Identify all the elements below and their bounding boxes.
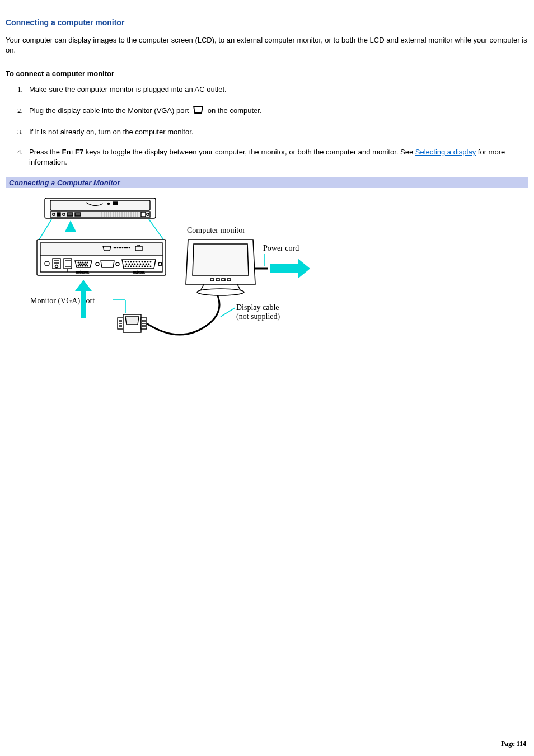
svg-text:MONITOR: MONITOR <box>76 271 89 274</box>
svg-point-49 <box>79 264 80 265</box>
step-2: Plug the display cable into the Monitor … <box>25 105 528 117</box>
svg-point-51 <box>83 264 85 265</box>
svg-rect-27 <box>141 212 146 217</box>
label-display-cable-2: (not supplied) <box>236 312 280 321</box>
vga-port-icon <box>192 105 204 117</box>
svg-point-92 <box>114 248 114 248</box>
intro-text: Your computer can display images to the … <box>6 35 528 55</box>
svg-point-87 <box>144 266 145 267</box>
svg-point-81 <box>128 266 128 267</box>
svg-marker-31 <box>65 220 76 232</box>
svg-point-74 <box>134 264 135 265</box>
svg-point-45 <box>80 262 81 264</box>
svg-point-64 <box>133 262 134 262</box>
svg-point-78 <box>146 264 146 265</box>
svg-point-79 <box>148 264 149 265</box>
svg-rect-33 <box>40 243 162 255</box>
svg-point-96 <box>120 248 121 248</box>
svg-line-30 <box>149 219 163 240</box>
svg-point-71 <box>126 264 127 265</box>
svg-point-57 <box>87 266 88 267</box>
svg-point-94 <box>117 248 118 248</box>
svg-point-2 <box>108 203 110 205</box>
svg-point-55 <box>82 266 83 267</box>
svg-point-80 <box>125 266 125 267</box>
svg-point-77 <box>143 264 143 265</box>
svg-point-44 <box>78 262 79 264</box>
step-1: Make sure the computer monitor is plugge… <box>25 84 528 95</box>
svg-point-56 <box>85 266 86 267</box>
svg-text:PRINTER: PRINTER <box>133 271 146 274</box>
step-3-text: If it is not already on, turn on the com… <box>29 128 193 136</box>
label-power-cord: Power cord <box>263 244 299 252</box>
svg-point-76 <box>140 264 140 265</box>
svg-point-63 <box>130 262 131 262</box>
svg-point-86 <box>142 266 142 267</box>
step-3: If it is not already on, turn on the com… <box>25 127 528 137</box>
step-2-text-b: on the computer. <box>205 106 261 115</box>
page-title: Connecting a computer monitor <box>6 18 528 27</box>
svg-rect-1 <box>50 200 150 210</box>
svg-point-83 <box>133 266 134 267</box>
svg-marker-123 <box>270 259 310 279</box>
svg-point-47 <box>85 262 86 264</box>
svg-point-50 <box>81 264 82 265</box>
step-4-text-b: keys to toggle the display between your … <box>83 148 415 156</box>
svg-point-93 <box>115 248 116 248</box>
svg-point-95 <box>119 248 119 248</box>
svg-rect-6 <box>57 213 60 216</box>
svg-point-72 <box>129 264 129 265</box>
figure-caption: Connecting a Computer Monitor <box>6 177 528 188</box>
svg-line-29 <box>39 219 51 240</box>
svg-point-85 <box>139 266 139 267</box>
svg-rect-120 <box>222 279 225 281</box>
svg-point-69 <box>147 262 148 262</box>
svg-point-46 <box>82 262 83 264</box>
svg-point-53 <box>78 266 79 267</box>
step-4: Press the Fn+F7 keys to toggle the displ… <box>25 147 528 167</box>
sub-heading: To connect a computer monitor <box>6 69 528 78</box>
svg-point-61 <box>125 262 125 262</box>
step-2-text-a: Plug the display cable into the Monitor … <box>29 106 191 115</box>
svg-point-100 <box>127 248 128 248</box>
svg-point-73 <box>132 264 132 265</box>
svg-point-88 <box>147 266 148 267</box>
svg-point-52 <box>86 264 87 265</box>
svg-rect-119 <box>216 279 219 281</box>
svg-rect-121 <box>227 279 231 281</box>
svg-point-75 <box>137 264 138 265</box>
label-computer-monitor: Computer monitor <box>187 226 245 234</box>
steps-list: Make sure the computer monitor is plugge… <box>6 84 528 167</box>
svg-point-65 <box>136 262 137 262</box>
svg-point-62 <box>128 262 128 262</box>
svg-point-97 <box>122 248 123 248</box>
svg-point-117 <box>197 289 244 295</box>
svg-line-124 <box>221 308 235 317</box>
svg-point-82 <box>130 266 131 267</box>
selecting-display-link[interactable]: Selecting a display <box>415 148 476 156</box>
svg-point-48 <box>87 262 88 264</box>
svg-point-89 <box>150 266 151 267</box>
svg-point-68 <box>144 262 145 262</box>
connection-diagram-icon: MONITOR PRINTER Monitor (VGA) port <box>19 195 321 340</box>
svg-rect-118 <box>210 279 214 281</box>
svg-point-98 <box>124 248 124 248</box>
svg-point-54 <box>80 266 81 267</box>
step-4-text-a: Press the <box>29 148 62 156</box>
svg-point-101 <box>129 248 129 248</box>
svg-point-66 <box>139 262 139 262</box>
svg-point-99 <box>125 248 126 248</box>
figure-container: MONITOR PRINTER Monitor (VGA) port <box>6 188 528 346</box>
svg-point-84 <box>136 266 137 267</box>
svg-point-70 <box>150 262 151 262</box>
step-4-key-f7: F7 <box>75 148 83 156</box>
svg-rect-9 <box>75 213 81 216</box>
svg-rect-3 <box>113 202 118 205</box>
step-4-key-fn: Fn <box>62 148 71 156</box>
svg-point-67 <box>142 262 142 262</box>
svg-rect-8 <box>67 213 73 216</box>
step-4-plus: + <box>71 148 75 156</box>
step-1-text: Make sure the computer monitor is plugge… <box>29 85 227 93</box>
label-display-cable-1: Display cable <box>236 303 279 312</box>
